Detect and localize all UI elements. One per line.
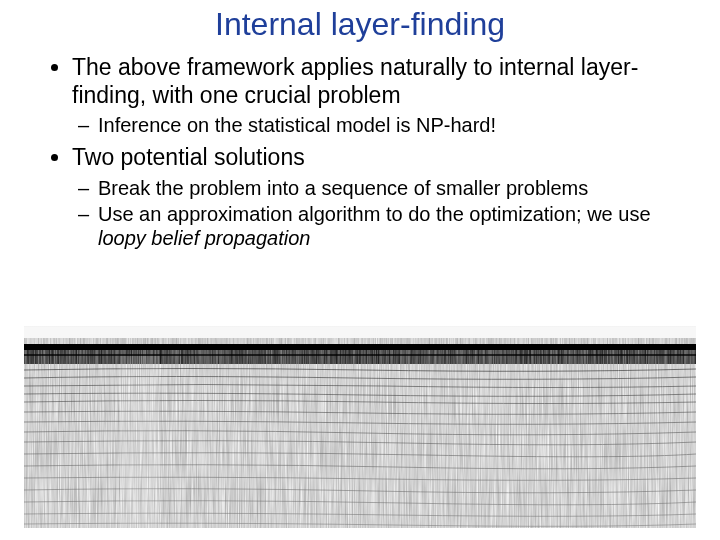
sub-list-2: Break the problem into a sequence of sma… xyxy=(72,176,686,251)
bullet-2-2b: loopy belief propagation xyxy=(98,227,310,249)
bullet-list: The above framework applies naturally to… xyxy=(50,53,686,251)
bullet-1: The above framework applies naturally to… xyxy=(72,53,686,137)
bullet-1-1: Inference on the statistical model is NP… xyxy=(98,113,686,137)
sub-list-1: Inference on the statistical model is NP… xyxy=(72,113,686,137)
echogram-figure xyxy=(24,326,696,528)
slide-title: Internal layer-finding xyxy=(0,0,720,47)
bullet-1-text: The above framework applies naturally to… xyxy=(72,54,638,108)
bullet-2-2a: Use an approximation algorithm to do the… xyxy=(98,203,651,225)
bullet-2: Two potential solutions Break the proble… xyxy=(72,143,686,250)
bullet-2-2: Use an approximation algorithm to do the… xyxy=(98,202,686,251)
bullet-2-text: Two potential solutions xyxy=(72,144,305,170)
slide-body: The above framework applies naturally to… xyxy=(0,53,720,251)
bullet-2-1: Break the problem into a sequence of sma… xyxy=(98,176,686,200)
slide: Internal layer-finding The above framewo… xyxy=(0,0,720,540)
svg-rect-3 xyxy=(120,356,160,528)
svg-rect-5 xyxy=(24,354,696,356)
svg-rect-4 xyxy=(24,344,696,350)
svg-rect-0 xyxy=(24,326,696,344)
echogram-svg xyxy=(24,326,696,528)
